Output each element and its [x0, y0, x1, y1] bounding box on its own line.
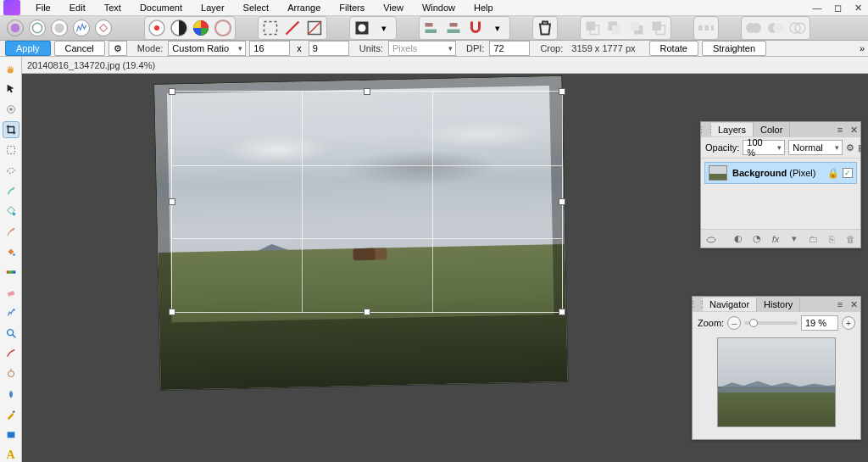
crop-handle-ne[interactable] — [559, 88, 565, 95]
crop-overlay[interactable] — [171, 91, 563, 313]
tab-history[interactable]: History — [757, 298, 800, 311]
export-persona-icon[interactable] — [95, 19, 112, 36]
window-close-icon[interactable]: ✕ — [851, 2, 865, 14]
move-tool-icon[interactable] — [3, 81, 19, 97]
menu-file[interactable]: File — [27, 0, 59, 15]
quickmask-icon[interactable] — [352, 19, 372, 37]
trash-icon[interactable] — [535, 19, 555, 37]
view-pan-tool-icon[interactable] — [3, 60, 19, 77]
zoom-out-icon[interactable]: – — [727, 316, 741, 330]
snap-arrow-icon[interactable]: ▾ — [487, 19, 508, 37]
panel-close-icon[interactable]: ✕ — [847, 298, 860, 311]
opacity-input[interactable]: 100 % — [743, 140, 785, 155]
menu-filters[interactable]: Filters — [331, 0, 373, 15]
apply-button[interactable]: Apply — [5, 41, 51, 56]
swatch-empty-icon[interactable] — [213, 19, 233, 37]
blendmode-select[interactable]: Normal — [788, 140, 843, 155]
zoom-tool-icon[interactable] — [3, 325, 19, 342]
rotate-button[interactable]: Rotate — [649, 41, 698, 56]
liquify-persona-icon[interactable] — [29, 19, 46, 36]
crop-tool-icon[interactable] — [3, 121, 19, 138]
document-tab[interactable]: 20140816_134720.jpg (19.4%) — [22, 57, 868, 74]
color-wheel-icon[interactable] — [191, 19, 211, 37]
navigator-preview[interactable] — [717, 337, 836, 427]
menu-view[interactable]: View — [375, 0, 412, 15]
panel-grip-icon[interactable]: ⋮⋮ — [701, 125, 711, 136]
cancel-button[interactable]: Cancel — [54, 41, 105, 56]
context-overflow-icon[interactable]: » — [860, 43, 865, 53]
ratio-height-input[interactable]: 9 — [309, 41, 349, 56]
develop-persona-icon[interactable] — [51, 19, 68, 36]
mask-icon[interactable]: ◐ — [732, 232, 745, 246]
crop-handle-s[interactable] — [364, 309, 370, 315]
tab-layers[interactable]: Layers — [711, 123, 754, 136]
erase-tool-icon[interactable] — [3, 284, 19, 301]
boolean-subtract-icon[interactable] — [765, 19, 786, 37]
panel-menu-icon[interactable]: ≡ — [833, 123, 847, 136]
window-maximize-icon[interactable]: ◻ — [831, 2, 844, 14]
zoom-value-input[interactable]: 19 % — [801, 315, 838, 331]
panel-menu-icon[interactable]: ≡ — [833, 298, 847, 311]
inpaint-tool-icon[interactable] — [3, 345, 19, 362]
distribute-icon[interactable] — [696, 19, 716, 37]
crop-handle-se[interactable] — [559, 309, 565, 315]
boolean-add-icon[interactable] — [743, 19, 764, 37]
pen-tool-icon[interactable] — [3, 406, 19, 423]
menu-document[interactable]: Document — [131, 0, 191, 15]
layer-row-background[interactable]: Background (Pixel) 🔒 ✓ — [704, 162, 857, 184]
arrange-front-icon[interactable] — [648, 19, 669, 37]
boolean-intersect-icon[interactable] — [787, 19, 808, 37]
quickmask-arrow-icon[interactable]: ▾ — [374, 19, 394, 37]
smudge-tool-icon[interactable] — [3, 386, 19, 403]
crop-handle-nw[interactable] — [169, 88, 175, 95]
layer-blend-ranges-icon[interactable] — [704, 232, 718, 246]
color-picker-tool-icon[interactable] — [3, 101, 19, 118]
dodge-tool-icon[interactable] — [3, 365, 19, 382]
arrange-forward-icon[interactable] — [626, 19, 647, 37]
align-left-icon[interactable] — [421, 19, 442, 37]
layer-gear-icon[interactable]: ⚙ — [846, 141, 854, 154]
menu-layer[interactable]: Layer — [192, 0, 233, 15]
arrange-backward-icon[interactable] — [604, 19, 625, 37]
duplicate-icon[interactable]: ⎘ — [825, 232, 838, 246]
crop-settings-icon[interactable]: ⚙ — [108, 41, 127, 56]
selection-marquee-tool-icon[interactable] — [3, 142, 19, 159]
photo-persona-icon[interactable] — [7, 19, 24, 36]
straighten-button[interactable]: Straighten — [702, 41, 766, 56]
zoom-slider[interactable] — [744, 321, 798, 325]
snap-icon[interactable] — [465, 19, 486, 37]
text-tool-icon[interactable]: A — [3, 447, 19, 462]
fx-icon[interactable]: fx — [769, 232, 782, 246]
crop-handle-e[interactable] — [559, 198, 565, 205]
marquee-rect-icon[interactable] — [260, 19, 281, 37]
tab-color[interactable]: Color — [754, 123, 790, 136]
window-minimize-icon[interactable]: — — [810, 2, 824, 14]
lock-icon[interactable]: 🔒 — [827, 168, 837, 178]
gradient-tool-icon[interactable] — [3, 264, 19, 281]
menu-help[interactable]: Help — [465, 0, 502, 15]
align-center-icon[interactable] — [443, 19, 464, 37]
layer-menu-icon[interactable]: ▤ — [858, 141, 866, 154]
zoom-in-icon[interactable]: + — [842, 316, 855, 330]
shape-rect-tool-icon[interactable] — [3, 426, 19, 443]
fill-tool-icon[interactable] — [3, 243, 19, 260]
crop-mode-select[interactable]: Custom Ratio — [168, 41, 246, 56]
menu-edit[interactable]: Edit — [61, 0, 94, 15]
marquee-bounds-icon[interactable] — [304, 19, 325, 37]
ratio-width-input[interactable]: 16 — [249, 41, 290, 56]
tonemap-persona-icon[interactable] — [73, 19, 90, 36]
group-icon[interactable]: 🗀 — [806, 232, 820, 246]
visibility-checkbox[interactable]: ✓ — [843, 168, 853, 178]
crop-handle-sw[interactable] — [169, 309, 175, 315]
panel-grip-icon[interactable]: ⋮⋮ — [693, 299, 703, 310]
contrast-icon[interactable] — [169, 19, 189, 37]
marquee-diag-icon[interactable] — [282, 19, 303, 37]
tab-navigator[interactable]: Navigator — [703, 298, 757, 311]
selection-brush-tool-icon[interactable] — [3, 182, 19, 199]
menu-window[interactable]: Window — [414, 0, 464, 15]
paint-brush-tool-icon[interactable] — [3, 223, 19, 240]
color-picker-icon[interactable] — [147, 19, 167, 37]
zoom-slider-knob[interactable] — [749, 319, 758, 327]
menu-arrange[interactable]: Arrange — [279, 0, 329, 15]
menu-text[interactable]: Text — [96, 0, 130, 15]
